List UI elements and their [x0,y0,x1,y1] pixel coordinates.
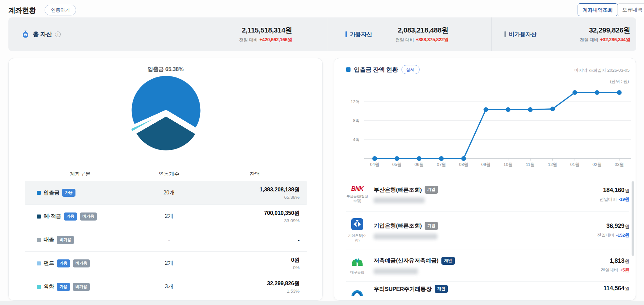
linked-count: 20개 [136,189,203,196]
money-bag-icon: ₩ [21,30,30,39]
col-linked-count: 연동개수 [136,171,203,178]
svg-text:8억: 8억 [353,118,360,123]
available-asset-amount: 2,083,218,488원 [395,25,448,35]
daily-change: 전일대비-19원 [599,196,629,202]
available-marker [345,31,347,37]
account-name: 저축예금(신자유저축예금) [374,257,438,264]
badge-unavail: 비가용 [80,212,97,221]
account-name: 우리SUPER주거래통장 [374,285,432,293]
data-point [372,156,377,161]
balance-percent: 65.38% [203,195,300,200]
total-asset-delta: 전일 대비+420,662,166원 [239,37,292,43]
unavailable-asset-amount: 32,299,826원 [580,25,630,35]
balance-amount: 32,299,826원 [203,280,300,287]
account-name: 부산은행(빠른조회) [374,186,422,194]
account-balance: 36,929원 [597,223,629,230]
last-inquiry-date: 마지막 조회일자 2026-03-05 [574,67,630,73]
account-type-label: 예·적금 [44,213,61,220]
svg-text:11월: 11월 [526,162,535,167]
balance-percent: 1.53% [203,289,300,294]
available-asset-delta: 전일 대비+388,375,822원 [395,37,448,43]
page-header: 계좌현황 연동하기 계좌내역조회 오류내역 [8,3,644,17]
bank-name-sublabel: 부산은행(별칭수정) [346,194,368,203]
table-row[interactable]: 펀드가용비가용2개0원0% [25,251,307,275]
total-asset-amount: 2,115,518,314원 [239,25,292,35]
svg-text:06월: 06월 [415,162,424,167]
data-point [417,156,422,161]
asset-breakdown-card: 입출금 65.38% 계좌구분 연동개수 잔액 입출금가용20개1,383,20… [8,58,323,301]
bank-name-sublabel: 기업은행(수정) [346,234,368,243]
balance-amount: 0원 [203,256,300,264]
woori-bank-logo [350,285,364,298]
legend-square-icon [37,261,41,265]
link-accounts-button[interactable]: 연동하기 [45,5,76,15]
daily-change: 전일대비+5원 [601,267,629,273]
unavailable-marker [504,31,506,37]
svg-text:12월: 12월 [548,162,557,167]
masked-account-number [374,234,437,239]
list-scrollbar[interactable] [632,181,634,256]
asset-table-header: 계좌구분 연동개수 잔액 [25,167,307,181]
badge-avail: 가용 [64,212,77,221]
account-type-label: 외화 [44,283,54,290]
svg-text:4억: 4억 [353,137,360,142]
table-row[interactable]: 외화가용비가용3개32,299,826원1.53% [25,275,307,298]
asset-summary-bar: ₩ 총 자산 i 2,115,518,314원 전일 대비+420,662,16… [8,17,636,51]
account-balance: 184,160원 [599,187,629,194]
bank-account-row[interactable]: 우리SUPER주거래통장개인114,564원 [346,281,629,301]
svg-text:07월: 07월 [437,162,446,167]
svg-text:12억: 12억 [351,100,360,104]
available-asset-section: 가용자산 2,083,218,488원 전일 대비+388,375,822원 [328,17,491,51]
data-point [394,156,399,161]
table-row[interactable]: 입출금가용20개1,383,208,138원65.38% [25,181,307,204]
account-type-label: 입출금 [44,189,59,196]
asset-table-body: 입출금가용20개1,383,208,138원65.38%예·적금가용비가용2개7… [25,181,307,298]
asset-pie-chart [122,72,210,156]
balance-amount: 700,010,350원 [203,209,300,217]
page-title: 계좌현황 [8,6,36,15]
bank-account-row[interactable]: 기업은행(수정)기업은행(빠른조회)기업36,929원전일대비-152원 [346,211,629,249]
data-point [595,90,599,95]
table-row[interactable]: 대출비가용-- [25,228,307,251]
badge-personal: 개인 [435,285,448,293]
deposit-balance-line-chart: 4억8억12억04월05월06월07월08월09월10월11월12월01월02월… [342,87,636,172]
data-point [528,107,533,112]
currency-suffix: 원 [625,188,629,193]
available-asset-label: 가용자산 [350,30,372,38]
data-point [461,156,466,161]
table-row[interactable]: 예·적금가용비가용2개700,010,350원33.09% [25,204,307,228]
svg-text:05월: 05월 [392,162,401,167]
unavailable-asset-label: 비가용자산 [509,30,537,38]
linked-count: 2개 [136,213,203,220]
currency-suffix: 원 [625,286,629,291]
badge-corp: 기업 [425,186,438,194]
total-asset-label: 총 자산 [33,30,52,38]
unavailable-asset-delta: 전일 대비+32,286,344원 [580,37,630,43]
badge-avail: 가용 [57,283,70,291]
account-history-button[interactable]: 계좌내역조회 [578,3,618,16]
legend-square-icon [37,191,41,195]
badge-personal: 개인 [441,257,454,265]
bank-account-row[interactable]: BNK부산은행(별칭수정)부산은행(빠른조회)기업184,160원전일대비-19… [346,177,629,211]
currency-suffix: 원 [625,259,629,264]
error-history-button[interactable]: 오류내역 [617,3,644,16]
detail-button[interactable]: 상세 [401,65,420,74]
unavailable-asset-section: 비가용자산 32,299,826원 전일 대비+32,286,344원 [491,17,636,51]
data-point [573,90,577,95]
page-bottom-strip [0,301,644,305]
legend-square-icon [37,238,41,242]
dgb-bank-logo [350,256,364,268]
svg-text:03월: 03월 [615,162,624,167]
legend-square-icon [37,285,41,289]
svg-text:₩: ₩ [24,33,27,37]
data-point [506,107,511,112]
badge-unavail: 비가용 [73,283,90,291]
linked-count: 2개 [136,260,203,267]
balance-percent: 0% [203,265,300,270]
svg-text:10월: 10월 [503,162,513,167]
bank-account-row[interactable]: 대구은행저축예금(신자유저축예금)개인1,813원전일대비+5원 [346,249,629,281]
account-dashboard: 계좌현황 연동하기 계좌내역조회 오류내역 ₩ 총 자산 i 2,115,518… [0,0,644,305]
account-balance: 1,813원 [601,257,629,264]
svg-text:01월: 01월 [570,162,579,167]
info-icon[interactable]: i [55,32,61,37]
